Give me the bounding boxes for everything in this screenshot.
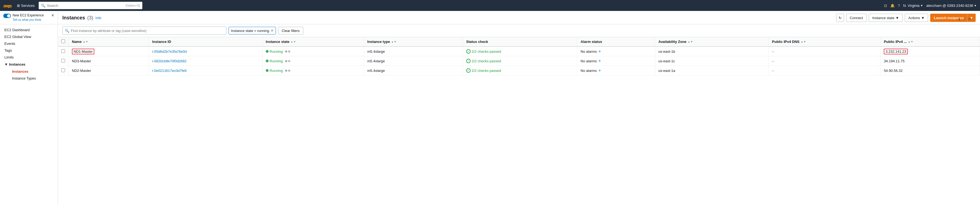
row-dns-0: –: [768, 46, 880, 56]
filter-input[interactable]: [71, 29, 224, 33]
row-state-0: Running ⊕ ⊖: [262, 46, 364, 56]
table-row: ND2-Master i-0e0211617ec0d7fe8 Running ⊕…: [58, 66, 980, 75]
instance-id-link-2[interactable]: i-0e0211617ec0d7fe8: [152, 68, 187, 73]
th-instance-state[interactable]: Instance state ▲▼: [262, 37, 364, 46]
check-icon-0: ✓: [466, 49, 471, 54]
tell-us-link[interactable]: Tell us what you think: [13, 18, 44, 22]
global-search[interactable]: 🔍 [Option+S]: [38, 2, 142, 9]
th-public-ip[interactable]: Public IPv4 ... ▲▼: [880, 37, 980, 46]
svg-text:aws: aws: [3, 3, 12, 8]
row-checkbox-0[interactable]: [61, 49, 65, 53]
name-sort-icon: ▲▼: [83, 40, 88, 43]
connect-button[interactable]: Connect: [846, 14, 867, 22]
th-public-dns[interactable]: Public IPv4 DNS ▲▼: [768, 37, 880, 46]
instances-table: Name ▲▼ Instance ID Instance state: [58, 37, 980, 75]
status-icon-search-1[interactable]: ⊕: [285, 59, 287, 63]
status-dot-2: [266, 69, 269, 72]
sidebar-item-tags[interactable]: Tags: [0, 47, 58, 54]
grid-icon: ⊞: [17, 3, 20, 8]
sidebar-item-ec2-global-view[interactable]: EC2 Global View: [0, 33, 58, 40]
user-caret-icon: ▼: [974, 4, 977, 7]
services-menu[interactable]: ⊞ Services: [15, 2, 37, 9]
instance-state-button[interactable]: Instance state ▼: [869, 14, 903, 22]
refresh-button[interactable]: ↻: [836, 14, 844, 22]
th-alarm-status[interactable]: Alarm status: [577, 37, 655, 46]
instances-section-toggle[interactable]: ▼ Instances: [0, 61, 58, 68]
screen-icon[interactable]: ⊡: [884, 3, 887, 8]
help-icon[interactable]: ?: [898, 3, 900, 8]
status-icon-minus-2[interactable]: ⊖: [288, 69, 290, 72]
actions-caret-icon: ▼: [921, 16, 924, 20]
sidebar-item-instances[interactable]: Instances: [8, 68, 58, 75]
alarm-add-button-1[interactable]: +: [598, 59, 601, 64]
user-label: aleccham @ 0393-2340-8238: [926, 3, 973, 8]
search-shortcut: [Option+S]: [126, 4, 140, 7]
search-filter-icon: 🔍: [65, 29, 69, 33]
alarm-add-button-0[interactable]: +: [598, 49, 601, 54]
row-type-1: m5.4xlarge: [364, 56, 463, 66]
actions-button[interactable]: Actions ▼: [905, 14, 928, 22]
row-id-0: i-05d6d2b7e3fa76e0d: [149, 46, 262, 56]
sidebar-item-limits[interactable]: Limits: [0, 54, 58, 61]
sidebar-item-ec2-dashboard[interactable]: EC2 Dashboard: [0, 27, 58, 33]
th-status-check[interactable]: Status check: [463, 37, 577, 46]
chevron-down-icon: ▼: [5, 62, 8, 67]
th-instance-id[interactable]: Instance ID: [149, 37, 262, 46]
row-checkbox-cell-2[interactable]: [58, 66, 68, 75]
page-settings-icon[interactable]: ⚙: [968, 17, 971, 21]
instance-id-link-1[interactable]: i-0820cb9e70f0d2892: [152, 59, 187, 63]
next-page-button[interactable]: ›: [962, 16, 966, 22]
sidebar: New EC2 Experience Tell us what you thin…: [0, 11, 58, 205]
instances-table-container: Name ▲▼ Instance ID Instance state: [58, 37, 980, 205]
prev-page-button[interactable]: ‹: [952, 16, 956, 22]
th-instance-type[interactable]: Instance type ▲▼: [364, 37, 463, 46]
sidebar-navigation: EC2 Dashboard EC2 Global View Events Tag…: [0, 24, 58, 84]
table-row: ND1-Master i-05d6d2b7e3fa76e0d Running ⊕…: [58, 46, 980, 56]
status-icon-search-0[interactable]: ⊕: [285, 50, 287, 53]
sidebar-item-instance-types[interactable]: Instance Types: [8, 75, 58, 82]
clear-filters-button[interactable]: Clear filters: [278, 27, 303, 35]
nav-right: ⊡ 🔔 ? N. Virginia ▼ aleccham @ 0393-2340…: [884, 3, 977, 8]
user-menu[interactable]: aleccham @ 0393-2340-8238 ▼: [926, 3, 977, 8]
status-icon-search-2[interactable]: ⊕: [285, 69, 287, 72]
top-navigation: aws ⊞ Services 🔍 [Option+S] ⊡ 🔔 ? N. Vir…: [0, 0, 980, 11]
row-type-0: m5.4xlarge: [364, 46, 463, 56]
alarm-add-button-2[interactable]: +: [598, 68, 601, 73]
row-checkbox-2[interactable]: [61, 68, 65, 72]
row-checkbox-cell-1[interactable]: [58, 56, 68, 66]
row-ip-0: 3.232.141.23: [880, 46, 980, 56]
row-status-check-1: ✓ 2/2 checks passed: [463, 56, 577, 66]
row-checkbox-1[interactable]: [61, 59, 65, 63]
th-name[interactable]: Name ▲▼: [68, 37, 149, 46]
region-selector[interactable]: N. Virginia ▼: [903, 3, 923, 8]
select-all-header[interactable]: [58, 37, 68, 46]
public-ip-highlighted-0: 3.232.141.23: [884, 49, 908, 54]
row-ip-1: 34.194.11.75: [880, 56, 980, 66]
bell-icon[interactable]: 🔔: [890, 3, 895, 8]
status-dot-1: [266, 60, 269, 62]
select-all-checkbox[interactable]: [61, 39, 65, 43]
row-id-1: i-0820cb9e70f0d2892: [149, 56, 262, 66]
filter-tag-close-icon[interactable]: ✕: [271, 29, 274, 33]
th-az[interactable]: Availability Zone ▲▼: [655, 37, 768, 46]
check-icon-2: ✓: [466, 68, 471, 73]
dns-sort-icon: ▲▼: [800, 40, 806, 43]
aws-logo[interactable]: aws: [3, 2, 13, 8]
check-icon-1: ✓: [466, 59, 471, 63]
instance-id-link-0[interactable]: i-05d6d2b7e3fa76e0d: [152, 49, 187, 54]
new-experience-toggle[interactable]: [3, 14, 11, 18]
sidebar-item-events[interactable]: Events: [0, 40, 58, 47]
row-dns-2: –: [768, 66, 880, 75]
row-checkbox-cell-0[interactable]: [58, 46, 68, 56]
instances-tbody: ND1-Master i-05d6d2b7e3fa76e0d Running ⊕…: [58, 46, 980, 75]
info-link[interactable]: Info: [95, 16, 102, 20]
close-icon[interactable]: ✕: [51, 13, 54, 17]
app-body: New EC2 Experience Tell us what you thin…: [0, 11, 980, 205]
status-icon-minus-1[interactable]: ⊖: [288, 59, 290, 63]
row-az-2: us-east-1a: [655, 66, 768, 75]
search-filter[interactable]: 🔍: [62, 27, 226, 35]
search-input[interactable]: [47, 3, 124, 8]
instance-state-caret-icon: ▼: [896, 16, 899, 20]
status-icon-minus-0[interactable]: ⊖: [288, 50, 290, 53]
new-experience-text: New EC2 Experience Tell us what you thin…: [13, 13, 44, 22]
